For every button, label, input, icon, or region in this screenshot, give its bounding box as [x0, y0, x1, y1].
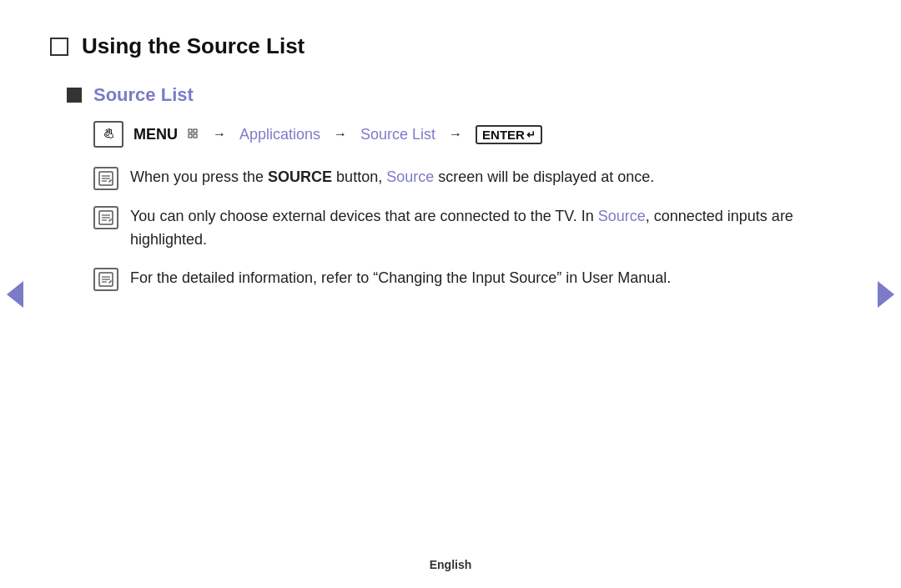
menu-instruction: 🖏 MENU → Applications → Source List → EN… [93, 121, 834, 148]
nav-next-button[interactable] [878, 281, 894, 308]
nav-prev-button[interactable] [7, 281, 23, 308]
note-text-2: You can only choose external devices tha… [130, 205, 834, 252]
checkbox-icon [50, 38, 68, 56]
applications-link: Applications [239, 126, 320, 143]
hand-icon: 🖏 [103, 128, 114, 141]
section-heading: Source List [67, 84, 834, 106]
note-pencil-icon-2 [98, 210, 113, 225]
svg-rect-0 [189, 129, 192, 133]
enter-button-icon: ENTER↵ [476, 125, 542, 144]
menu-grid-icon [188, 128, 199, 140]
note-text-1: When you press the SOURCE button, Source… [130, 166, 834, 189]
note-pencil-icon-1 [98, 171, 113, 186]
svg-rect-1 [194, 129, 197, 133]
source-list-link: Source List [360, 126, 435, 143]
menu-label: MENU [133, 126, 178, 143]
menu-button-icon: 🖏 [93, 121, 123, 148]
source-bold: SOURCE [268, 168, 332, 185]
page-title: Using the Source List [82, 33, 305, 59]
section-bullet [67, 88, 82, 103]
section: Source List 🖏 MENU → Applications → Sour… [67, 84, 834, 291]
page-container: Using the Source List Source List 🖏 MENU… [0, 0, 901, 588]
svg-rect-3 [194, 134, 197, 138]
return-arrow-icon: ↵ [526, 128, 536, 141]
main-heading: Using the Source List [50, 33, 834, 59]
note-item-1: When you press the SOURCE button, Source… [93, 166, 834, 190]
footer: English [0, 558, 901, 571]
enter-label: ENTER [482, 128, 525, 142]
note-item-2: You can only choose external devices tha… [93, 205, 834, 252]
source-link-2: Source [598, 208, 646, 224]
note-icon-1 [93, 167, 118, 190]
arrow-1: → [213, 127, 226, 142]
svg-rect-2 [189, 134, 192, 138]
language-label: English [430, 558, 472, 571]
note-icon-2 [93, 206, 118, 229]
section-title: Source List [93, 84, 194, 106]
source-link-1: Source [386, 168, 434, 185]
note-pencil-icon-3 [98, 272, 113, 287]
note-text-3: For the detailed information, refer to “… [130, 267, 834, 290]
arrow-2: → [334, 127, 347, 142]
arrow-3: → [449, 127, 462, 142]
note-icon-3 [93, 268, 118, 291]
note-item-3: For the detailed information, refer to “… [93, 267, 834, 291]
